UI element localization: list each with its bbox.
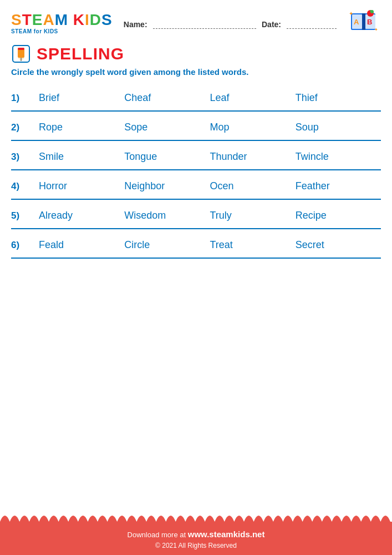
word-5-2: Wisedom: [124, 210, 210, 221]
word-2-4: Soup: [296, 122, 381, 133]
word-5-4: Recipe: [296, 210, 381, 221]
word-3-4: Twincle: [296, 151, 381, 163]
question-number-3: 3): [11, 152, 39, 163]
questions-container: 1)BriefCheafLeafThief2)RopeSopeMopSoup3)…: [11, 82, 381, 259]
name-line: [153, 20, 256, 29]
svg-point-8: [370, 10, 374, 13]
question-words-4: HorrorNeighborOcenFeather: [39, 180, 381, 192]
logo-steam: STEAM KIDS: [11, 12, 113, 28]
word-5-1: Already: [39, 210, 124, 221]
word-6-1: Feald: [39, 239, 124, 251]
word-4-2: Neighbor: [124, 180, 210, 192]
word-6-2: Circle: [124, 239, 210, 251]
question-number-4: 4): [11, 181, 39, 192]
word-2-2: Sope: [124, 122, 210, 133]
svg-rect-2: [362, 13, 365, 30]
question-number-2: 2): [11, 122, 39, 133]
svg-text:A: A: [354, 18, 359, 26]
word-4-3: Ocen: [210, 180, 296, 192]
header: STEAM KIDS STEAM for KIDS Name: Date:: [0, 0, 392, 43]
question-words-3: SmileTongueThunderTwincle: [39, 151, 381, 163]
footer: Download more at www.steamkids.net © 202…: [0, 522, 392, 556]
question-number-1: 1): [11, 93, 39, 104]
svg-text:✦: ✦: [349, 11, 353, 17]
footer-text: Download more at www.steamkids.net © 202…: [11, 528, 381, 551]
question-number-5: 5): [11, 210, 39, 221]
divider-6: [11, 258, 381, 259]
date-line: [287, 20, 337, 29]
question-words-1: BriefCheafLeafThief: [39, 92, 381, 104]
question-row-3: 3)SmileTongueThunderTwincle: [11, 141, 381, 167]
question-row-2: 2)RopeSopeMopSoup: [11, 112, 381, 138]
questions-area: 1)BriefCheafLeafThief2)RopeSopeMopSoup3)…: [0, 82, 392, 509]
word-4-1: Horror: [39, 180, 124, 192]
word-6-3: Treat: [210, 239, 296, 251]
logo-area: STEAM KIDS STEAM for KIDS: [11, 12, 113, 34]
page-wrapper: STEAM KIDS STEAM for KIDS Name: Date:: [0, 0, 392, 555]
scallop-border: [0, 509, 392, 522]
word-5-3: Truly: [210, 210, 296, 221]
word-1-2: Cheaf: [124, 92, 210, 104]
question-words-2: RopeSopeMopSoup: [39, 122, 381, 133]
question-row-6: 6)FealdCircleTreatSecret: [11, 229, 381, 255]
instruction: Circle the wrongly spelt word given amon…: [0, 66, 392, 82]
word-4-4: Feather: [296, 180, 381, 192]
pencil-icon: [12, 45, 30, 63]
pencil-icon-area: [11, 44, 31, 64]
word-1-4: Thief: [296, 92, 381, 104]
footer-url: www.steamkids.net: [188, 529, 265, 539]
word-1-3: Leaf: [210, 92, 296, 104]
word-3-2: Tongue: [124, 151, 210, 163]
svg-rect-15: [18, 48, 24, 50]
word-2-1: Rope: [39, 122, 124, 133]
book-icon: A B ✦ ✦: [348, 8, 380, 37]
book-icon-area: A B ✦ ✦: [348, 8, 381, 38]
spelling-title: SPELLING: [37, 44, 124, 63]
word-3-3: Thunder: [210, 151, 296, 163]
name-label: Name:: [124, 20, 147, 29]
word-3-1: Smile: [39, 151, 124, 163]
question-words-6: FealdCircleTreatSecret: [39, 239, 381, 251]
word-6-4: Secret: [296, 239, 381, 251]
question-row-5: 5)AlreadyWisedomTrulyRecipe: [11, 200, 381, 226]
footer-download: Download more at www.steamkids.net: [11, 528, 381, 541]
word-2-3: Mop: [210, 122, 296, 133]
word-1-1: Brief: [39, 92, 124, 104]
question-number-6: 6): [11, 240, 39, 251]
question-row-4: 4)HorrorNeighborOcenFeather: [11, 170, 381, 196]
name-date-area: Name: Date:: [124, 18, 337, 29]
question-row-1: 1)BriefCheafLeafThief: [11, 82, 381, 108]
svg-text:B: B: [367, 18, 372, 26]
svg-text:✦: ✦: [374, 27, 378, 32]
footer-copyright: © 2021 All Rights Reserved: [11, 541, 381, 551]
date-label: Date:: [262, 20, 281, 29]
spelling-header: SPELLING: [0, 43, 392, 66]
question-words-5: AlreadyWisedomTrulyRecipe: [39, 210, 381, 221]
logo-sub: STEAM for KIDS: [11, 28, 58, 34]
